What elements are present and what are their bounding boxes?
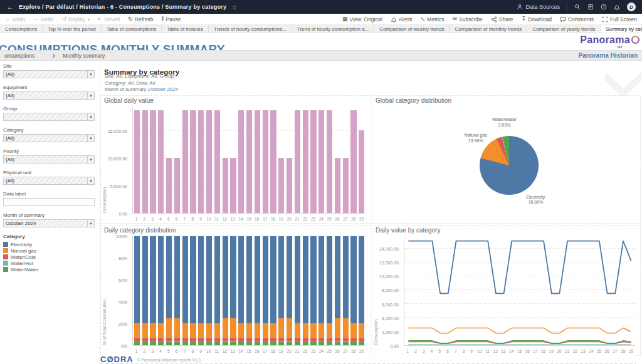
stack-day-25-segment-water-water[interactable]: [327, 341, 332, 345]
stack-day-5-segment-water-water[interactable]: [166, 342, 172, 345]
stack-day-2-segment-water-water[interactable]: [142, 341, 148, 345]
stack-day-8-segment-water-water[interactable]: [190, 341, 196, 345]
bar-day-19[interactable]: [278, 158, 284, 213]
stack-day-17[interactable]: [263, 236, 268, 345]
view-original-button[interactable]: ▦View: Original: [342, 16, 382, 23]
stack-day-15-segment-electricity[interactable]: [246, 236, 252, 323]
line-electricity[interactable]: [408, 241, 631, 294]
stack-day-8-segment-electricity[interactable]: [190, 236, 196, 323]
stack-day-24-segment-electricity[interactable]: [318, 236, 324, 323]
stack-day-22-segment-natural-gas[interactable]: [303, 323, 308, 338]
tab-top-n-over-the-period[interactable]: Top N over the period: [43, 25, 102, 33]
stack-day-29-segment-natural-gas[interactable]: [359, 323, 364, 338]
stack-day-8-segment-natural-gas[interactable]: [190, 323, 196, 338]
stack-day-11[interactable]: [214, 236, 220, 345]
stack-day-24-segment-water-water[interactable]: [318, 341, 324, 345]
user-avatar[interactable]: D: [627, 3, 636, 11]
favorite-star-icon[interactable]: ☆: [231, 4, 237, 11]
nav-step-monthly-summary[interactable]: Monthly summary: [63, 53, 105, 59]
tab-comparison-of-yearly-trends[interactable]: Comparison of yearly trends: [527, 25, 601, 33]
stack-day-4-segment-electricity[interactable]: [158, 236, 164, 323]
stack-day-4[interactable]: [158, 236, 164, 345]
stack-day-16-segment-natural-gas[interactable]: [255, 323, 260, 338]
legend-item-water-cold[interactable]: Water/Cold: [3, 254, 95, 260]
stack-day-21-segment-electricity[interactable]: [295, 236, 300, 323]
stack-day-13-segment-water-water[interactable]: [230, 342, 236, 345]
bell-icon[interactable]: [614, 4, 620, 10]
bar-day-2[interactable]: [142, 110, 148, 213]
stack-day-6[interactable]: [174, 236, 180, 345]
share-button[interactable]: Share: [491, 16, 513, 23]
stack-day-3[interactable]: [150, 236, 155, 345]
stack-day-7-segment-water-water[interactable]: [182, 341, 188, 345]
stack-day-7-segment-electricity[interactable]: [182, 236, 188, 323]
stack-day-25[interactable]: [327, 236, 332, 345]
stack-day-6-segment-natural-gas[interactable]: [174, 318, 180, 339]
bar-day-28[interactable]: [350, 110, 356, 213]
stack-day-17-segment-electricity[interactable]: [263, 236, 268, 323]
stack-day-17-segment-water-water[interactable]: [263, 341, 268, 345]
stack-day-20-segment-natural-gas[interactable]: [287, 318, 292, 339]
bar-day-6[interactable]: [174, 158, 180, 213]
stack-day-13-segment-electricity[interactable]: [230, 236, 236, 318]
bar-day-1[interactable]: [134, 110, 140, 213]
stack-day-18-segment-water-water[interactable]: [270, 341, 276, 345]
stack-day-28-segment-electricity[interactable]: [350, 236, 356, 323]
stack-day-16-segment-electricity[interactable]: [255, 236, 260, 323]
stack-day-22-segment-electricity[interactable]: [303, 236, 308, 323]
undo-button[interactable]: ←Undo: [5, 16, 25, 23]
stack-day-9-segment-natural-gas[interactable]: [198, 323, 204, 338]
stack-day-1-segment-natural-gas[interactable]: [134, 323, 140, 338]
stack-day-21-segment-natural-gas[interactable]: [295, 323, 300, 338]
bar-day-23[interactable]: [310, 110, 316, 213]
stack-day-27-segment-water-water[interactable]: [343, 342, 349, 345]
subscribe-button[interactable]: ✉Subscribe: [453, 16, 483, 23]
stack-day-23-segment-natural-gas[interactable]: [310, 323, 316, 338]
stack-day-16[interactable]: [255, 236, 260, 345]
bar-day-12[interactable]: [223, 158, 228, 213]
stack-day-3-segment-electricity[interactable]: [150, 236, 155, 323]
stack-day-5-segment-natural-gas[interactable]: [166, 318, 172, 339]
filter-dropdown-month-of-summary[interactable]: October 2024▼: [3, 219, 95, 227]
stack-day-22-segment-water-water[interactable]: [303, 341, 308, 345]
filter-dropdown-category[interactable]: (All)▼: [3, 134, 95, 142]
legend-item-natural-gas[interactable]: Natural gas: [3, 247, 95, 254]
bar-day-4[interactable]: [158, 110, 164, 213]
stack-day-19-segment-natural-gas[interactable]: [278, 318, 284, 339]
stack-day-26[interactable]: [335, 236, 340, 345]
stack-day-14[interactable]: [238, 236, 244, 345]
stack-day-1[interactable]: [134, 236, 140, 345]
stack-day-26-segment-natural-gas[interactable]: [335, 318, 340, 339]
stack-day-11-segment-water-water[interactable]: [214, 341, 220, 345]
legend-item-water-hot[interactable]: Water/Hot: [3, 260, 95, 266]
stack-day-26-segment-electricity[interactable]: [335, 236, 340, 318]
stack-day-4-segment-natural-gas[interactable]: [158, 323, 164, 338]
bar-day-7[interactable]: [182, 110, 188, 213]
bar-day-17[interactable]: [263, 110, 268, 213]
stack-day-21-segment-water-water[interactable]: [295, 341, 300, 345]
pause-button[interactable]: ‖Pause: [162, 16, 181, 23]
bar-day-9[interactable]: [198, 110, 204, 213]
tab-consumptions[interactable]: Consumptions: [0, 25, 43, 33]
stack-day-28-segment-natural-gas[interactable]: [350, 323, 356, 338]
bar-day-15[interactable]: [246, 110, 252, 213]
tab-trend-of-hourly-consumption-a[interactable]: Trend of hourly consumption a...: [292, 25, 374, 33]
stack-day-7[interactable]: [182, 236, 188, 345]
back-arrow-icon[interactable]: ←: [6, 3, 14, 11]
bar-day-11[interactable]: [214, 110, 220, 213]
stack-day-11-segment-electricity[interactable]: [214, 236, 220, 323]
stack-day-9[interactable]: [198, 236, 204, 345]
stack-day-9-segment-electricity[interactable]: [198, 236, 204, 323]
bar-day-5[interactable]: [166, 158, 172, 213]
stack-day-15-segment-natural-gas[interactable]: [246, 323, 252, 338]
stack-day-3-segment-water-water[interactable]: [150, 341, 155, 345]
stack-day-7-segment-natural-gas[interactable]: [182, 323, 188, 338]
stack-day-24[interactable]: [318, 236, 324, 345]
stack-day-14-segment-electricity[interactable]: [238, 236, 244, 323]
stack-day-8[interactable]: [190, 236, 196, 345]
stack-day-28-segment-water-water[interactable]: [350, 341, 356, 345]
stack-day-29-segment-water-water[interactable]: [359, 341, 364, 345]
stack-day-17-segment-natural-gas[interactable]: [263, 323, 268, 338]
bar-day-3[interactable]: [150, 110, 155, 213]
pie-global-category-distribution[interactable]: [480, 136, 539, 195]
